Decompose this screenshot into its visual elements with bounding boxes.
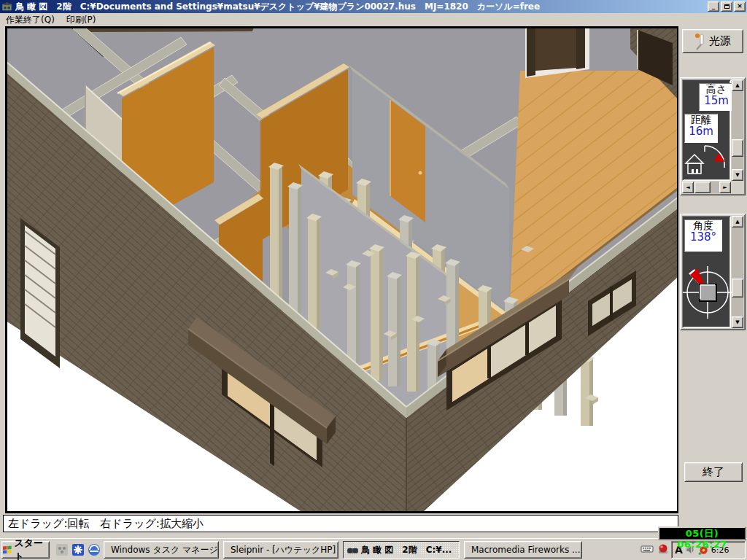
top-right-doorway	[525, 27, 589, 78]
view-position-canvas[interactable]: 高さ 15m 距離 16m	[682, 79, 731, 181]
task-button-label: Macromedia Fireworks ...	[471, 545, 580, 555]
angle-scroll-down[interactable]: ▼	[732, 316, 743, 328]
side-panel: 光源 高さ 15m 距離 16m ▲ ▼	[678, 26, 747, 532]
menu-item-print[interactable]: 印刷(P)	[61, 13, 102, 27]
angle-panel: 角度 138° ▲ ▼	[680, 214, 746, 330]
angle-scrollbar[interactable]: ▲ ▼	[732, 216, 743, 328]
desktop-clock-overlay: 05(日) 06:26:27	[658, 526, 746, 540]
distance-scroll-left[interactable]: ◄	[682, 182, 694, 193]
status-bar: 左ドラッグ:回転 右ドラッグ:拡大縮小	[3, 515, 678, 532]
camera-arc-graphic	[683, 143, 732, 179]
distance-readout: 距離 16m	[684, 114, 718, 143]
task-button-taskmanager[interactable]: Windows タスク マネージャ	[104, 541, 219, 559]
task-button-birdview[interactable]: 鳥 瞰 図 2階 C:¥...	[343, 541, 460, 559]
start-button[interactable]: スタート	[1, 541, 50, 559]
distance-label: 距離	[685, 114, 717, 125]
angle-canvas[interactable]: 角度 138°	[682, 216, 731, 328]
task-button-fireworks[interactable]: Macromedia Fireworks ...	[464, 541, 582, 559]
drag-hint-text: 左ドラッグ:回転 右ドラッグ:拡大縮小	[8, 517, 204, 530]
restore-button[interactable]	[721, 1, 732, 12]
light-source-label: 光源	[709, 34, 731, 48]
task-button-label: Windows タスク マネージャ	[111, 544, 219, 556]
height-scroll-thumb[interactable]	[732, 139, 743, 157]
start-label: スタート	[14, 537, 49, 560]
window-title: 鳥 瞰 図 2階 C:¥Documents and Settings¥matsu…	[15, 1, 706, 13]
height-scrollbar[interactable]: ▲ ▼	[732, 79, 743, 181]
viewport-frame	[5, 26, 679, 513]
height-value: 15m	[700, 95, 733, 107]
3d-view[interactable]	[6, 27, 678, 513]
angle-value: 138°	[685, 231, 721, 244]
menu-bar: 作業終了(Q) 印刷(P)	[0, 13, 747, 26]
distance-value: 16m	[685, 125, 717, 138]
task-button-sleipnir[interactable]: Sleipnir - [ハウテックHP]	[223, 541, 338, 559]
menu-item-exit[interactable]: 作業終了(Q)	[0, 13, 61, 27]
height-scroll-down[interactable]: ▼	[732, 169, 743, 181]
angle-scroll-thumb[interactable]	[732, 279, 743, 298]
bird-view-icon	[347, 545, 358, 555]
title-bar: 鳥 瞰 図 2階 C:¥Documents and Settings¥matsu…	[0, 0, 747, 13]
trackball-tray-icon[interactable]	[657, 543, 670, 555]
quick-launch-desktop-icon[interactable]	[55, 543, 69, 556]
taskbar: スタート Windows タスク マネージャ Sleipnir - [ハウテック…	[0, 538, 747, 560]
exit-button[interactable]: 終了	[684, 462, 743, 482]
view-position-panel: 高さ 15m 距離 16m ▲ ▼ ◄ ►	[680, 77, 746, 195]
angle-label: 角度	[685, 220, 721, 231]
distance-scrollbar[interactable]: ◄ ►	[682, 182, 731, 193]
close-button[interactable]: ×	[734, 1, 746, 12]
compass-dial[interactable]	[683, 252, 732, 327]
app-icon	[1, 1, 12, 12]
quick-launch-ie-icon[interactable]	[88, 543, 101, 556]
task-button-label: Sleipnir - [ハウテックHP]	[231, 544, 336, 556]
windows-logo-icon	[2, 545, 12, 555]
angle-readout: 角度 138°	[684, 219, 722, 252]
distance-scroll-right[interactable]: ►	[719, 182, 731, 193]
height-scroll-up[interactable]: ▲	[732, 79, 743, 91]
task-button-label: 鳥 瞰 図 2階 C:¥...	[361, 544, 452, 556]
angle-scroll-up[interactable]: ▲	[732, 216, 743, 228]
distance-scroll-thumb[interactable]	[694, 182, 711, 193]
light-source-button[interactable]: 光源	[682, 29, 743, 53]
height-readout: 高さ 15m	[699, 83, 734, 111]
keyboard-tray-icon[interactable]	[640, 543, 654, 555]
height-label: 高さ	[700, 84, 733, 95]
minimize-button[interactable]: _	[708, 1, 719, 12]
quick-launch-sleipnir-icon[interactable]	[71, 543, 85, 556]
light-source-icon	[694, 33, 706, 50]
